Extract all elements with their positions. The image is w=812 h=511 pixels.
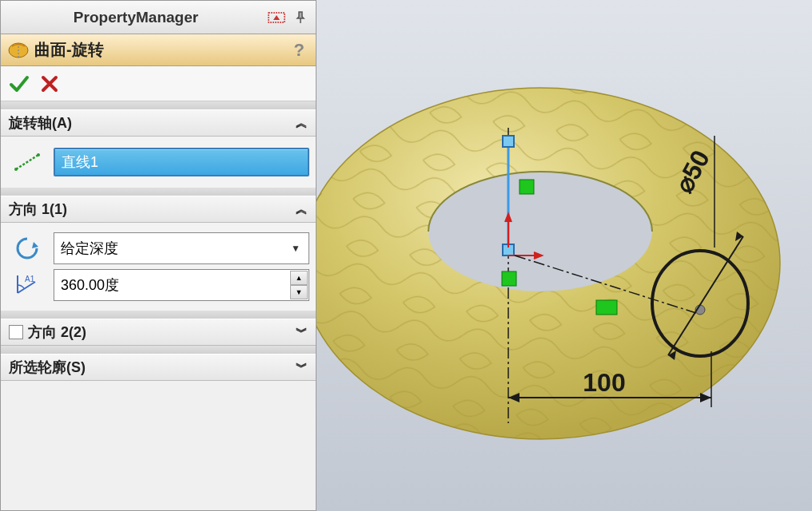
- constraint-marker[interactable]: [519, 180, 534, 194]
- end-condition-value: 给定深度: [61, 239, 118, 258]
- direction1-section-label: 方向 1(1): [9, 200, 67, 219]
- axis-section-header[interactable]: 旋转轴(A) ︽: [1, 109, 316, 137]
- linear-dimension[interactable]: 100: [583, 368, 625, 397]
- feature-title: 曲面-旋转: [34, 39, 285, 61]
- axis-icon: [7, 146, 47, 178]
- angle-input[interactable]: 360.00度 ▲ ▼: [54, 269, 309, 301]
- direction2-checkbox[interactable]: [9, 325, 23, 339]
- axis-section-body: 直线1: [1, 137, 316, 188]
- panel-header: PropertyManager: [1, 1, 316, 34]
- header-icon-group: [266, 9, 311, 26]
- end-condition-dropdown[interactable]: 给定深度: [54, 232, 309, 264]
- cancel-button[interactable]: [38, 72, 62, 96]
- feature-row: 曲面-旋转 ?: [1, 34, 316, 66]
- reverse-direction-icon[interactable]: [7, 232, 47, 264]
- angle-icon: A1: [7, 269, 47, 301]
- confirm-row: [1, 66, 316, 101]
- svg-point-3: [14, 168, 18, 171]
- svg-text:A1: A1: [25, 275, 35, 283]
- revolve-surface-icon: [7, 39, 30, 61]
- property-manager-panel: PropertyManager 曲面-旋转 ?: [0, 0, 316, 511]
- chevron-down-icon: ︾: [296, 325, 308, 340]
- angle-value: 360.00度: [61, 275, 119, 295]
- torus-model[interactable]: [316, 88, 780, 439]
- expand-icon[interactable]: [266, 9, 287, 26]
- chevron-up-icon: ︽: [296, 202, 308, 217]
- direction1-section-header[interactable]: 方向 1(1) ︽: [1, 196, 316, 223]
- constraint-marker[interactable]: [502, 271, 516, 286]
- svg-line-2: [16, 155, 38, 169]
- contours-section-label: 所选轮廓(S): [9, 358, 86, 377]
- angle-spin-down[interactable]: ▼: [290, 285, 308, 299]
- panel-title: PropertyManager: [6, 9, 266, 26]
- chevron-down-icon: ︾: [296, 360, 308, 375]
- direction2-section-header[interactable]: 方向 2(2) ︾: [1, 319, 316, 346]
- angle-spin-up[interactable]: ▲: [290, 271, 308, 285]
- pin-icon[interactable]: [290, 9, 311, 26]
- axis-selection-value: 直线1: [62, 153, 98, 172]
- svg-point-4: [37, 153, 40, 156]
- contours-section-header[interactable]: 所选轮廓(S) ︾: [1, 354, 316, 381]
- ok-button[interactable]: [7, 72, 31, 96]
- axis-section-label: 旋转轴(A): [9, 113, 72, 133]
- direction1-section-body: 给定深度 A1 360.00度 ▲ ▼: [1, 223, 316, 311]
- chevron-up-icon: ︽: [296, 116, 308, 131]
- direction2-section-label: 方向 2(2): [28, 323, 86, 342]
- graphics-viewport[interactable]: ⌀50 100: [316, 0, 812, 511]
- constraint-marker[interactable]: [596, 300, 617, 315]
- help-icon[interactable]: ?: [289, 40, 309, 61]
- endpoint-handle[interactable]: [503, 136, 514, 147]
- axis-selection-input[interactable]: 直线1: [54, 148, 309, 176]
